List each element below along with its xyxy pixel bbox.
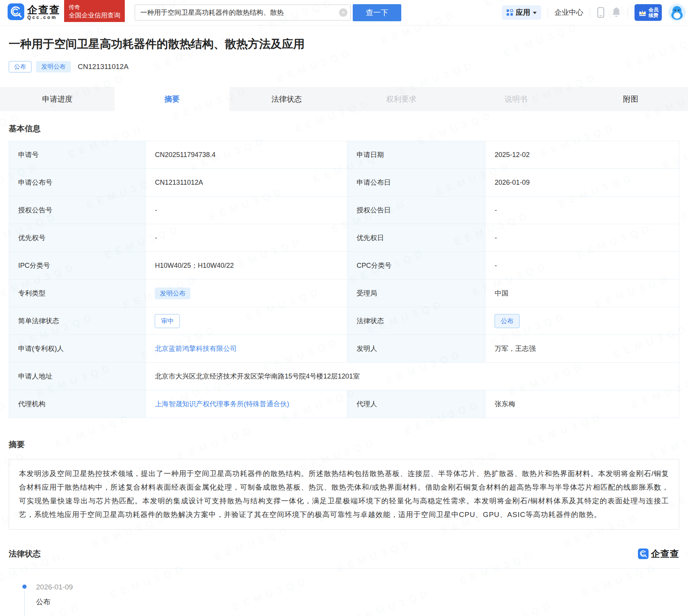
info-label: IPC分类号 <box>9 252 146 280</box>
info-value: 万军，王志强 <box>485 335 679 363</box>
info-label: 发明人 <box>347 335 485 363</box>
mobile-app-icon[interactable] <box>597 7 605 18</box>
info-label: 简单法律状态 <box>9 307 146 335</box>
brand-domain: Qcc.com <box>27 15 60 20</box>
promo-line2: 全国企业信用查询 <box>69 11 120 20</box>
info-value: 中国 <box>485 280 679 307</box>
tab-legal-status[interactable]: 法律状态 <box>229 87 344 111</box>
table-row: 优先权号-优先权日- <box>9 224 679 252</box>
info-value: - <box>146 196 347 224</box>
info-value: CN121311012A <box>146 169 347 196</box>
notification-bell-icon[interactable] <box>611 7 621 18</box>
qcc-watermark-logo: 企查查 <box>638 548 679 560</box>
table-row: 申请公布号CN121311012A申请公布日2026-01-09 <box>9 169 679 196</box>
table-row: 申请人地址北京市大兴区北京经济技术开发区荣华南路15号院4号楼12层1201室 <box>9 363 679 390</box>
tab-abstract[interactable]: 摘要 <box>115 87 229 111</box>
section-title-basic-info: 基本信息 <box>9 123 679 134</box>
apps-menu[interactable]: 应用 <box>502 5 541 20</box>
enterprise-center-link[interactable]: 企业中心 <box>554 8 583 17</box>
section-title-abstract: 摘要 <box>9 439 679 450</box>
invention-publish-badge: 发明公布 <box>36 61 71 72</box>
abstract-box: 本发明涉及空间卫星热控技术领域，提出了一种用于空间卫星高功耗器件的散热结构。所述… <box>9 459 679 530</box>
divider <box>590 8 590 17</box>
table-row: 申请号CN202511794738.4申请日期2025-12-02 <box>9 141 679 169</box>
info-value: CN202511794738.4 <box>146 141 347 169</box>
vip-label-line1: 会员 <box>649 7 658 13</box>
info-label: 申请号 <box>9 141 146 169</box>
table-row: 授权公告号-授权公告日- <box>9 196 679 224</box>
info-label: 优先权号 <box>9 224 146 252</box>
table-row: 简单法律状态审中法律状态公布 <box>9 307 679 335</box>
legal-status-tag: 公布 <box>495 314 520 328</box>
caret-down-icon <box>533 12 537 14</box>
tab-figures[interactable]: 附图 <box>573 87 688 111</box>
section-title-legal-status: 法律状态 <box>9 548 41 559</box>
legal-status-panel: 2026-01-09 公布 <box>9 568 679 610</box>
info-value: 2025-12-02 <box>485 141 679 169</box>
tab-claims[interactable]: 权利要求 <box>344 87 459 111</box>
info-label: CPC分类号 <box>347 252 485 280</box>
table-row: 专利类型发明公布受理局中国 <box>9 280 679 307</box>
agency-link[interactable]: 上海智晟知识产权代理事务所(特殊普通合伙) <box>155 400 289 408</box>
table-row: IPC分类号H10W40/25；H10W40/22CPC分类号- <box>9 252 679 280</box>
info-value: 北京市大兴区北京经济技术开发区荣华南路15号院4号楼12层1201室 <box>146 363 679 390</box>
table-row: 代理机构上海智晟知识产权代理事务所(特殊普通合伙)代理人张东梅 <box>9 390 679 418</box>
timeline-dot <box>22 585 27 589</box>
legal-status-header: 法律状态 企查查 <box>9 548 679 560</box>
info-label: 授权公告号 <box>9 196 146 224</box>
simple-legal-status-tag: 审中 <box>155 314 180 328</box>
user-avatar[interactable] <box>668 4 686 21</box>
applicant-link[interactable]: 北京蓝箭鸿擎科技有限公司 <box>155 345 237 352</box>
info-label: 受理局 <box>347 280 485 307</box>
timeline-line <box>24 591 25 616</box>
tab-application-progress[interactable]: 申请进度 <box>0 87 115 111</box>
brand-name: 企查查 <box>27 5 60 15</box>
info-value: 上海智晟知识产权代理事务所(特殊普通合伙) <box>146 390 347 418</box>
info-value: 发明公布 <box>146 280 347 307</box>
info-value: 张东梅 <box>485 390 679 418</box>
timeline-date: 2026-01-09 <box>36 583 679 591</box>
apps-grid-icon <box>506 9 513 16</box>
qcc-logo-icon <box>8 3 24 22</box>
promo-badge: 传奇 全国企业信用查询 <box>64 0 125 22</box>
search-box: ✕ <box>135 5 351 20</box>
top-header: 企查查 Qcc.com 传奇 全国企业信用查询 ✕ 查一下 应用 企业中心 <box>0 0 688 25</box>
info-value: 公布 <box>485 307 679 335</box>
abstract-text: 本发明涉及空间卫星热控技术领域，提出了一种用于空间卫星高功耗器件的散热结构。所述… <box>19 467 669 522</box>
header-logo[interactable]: 企查查 Qcc.com <box>8 3 60 22</box>
divider <box>628 8 628 17</box>
info-label: 申请日期 <box>347 141 485 169</box>
crown-icon <box>638 8 647 17</box>
search-button[interactable]: 查一下 <box>353 4 401 21</box>
info-value: - <box>485 224 679 252</box>
clear-icon[interactable]: ✕ <box>339 8 347 17</box>
patent-title: 一种用于空间卫星高功耗器件的散热结构、散热方法及应用 <box>9 37 679 51</box>
table-row: 申请(专利权)人北京蓝箭鸿擎科技有限公司发明人万军，王志强 <box>9 335 679 363</box>
info-value: - <box>146 224 347 252</box>
info-label: 授权公告日 <box>347 196 485 224</box>
publish-badge: 公布 <box>9 61 31 72</box>
timeline-status: 公布 <box>36 597 679 607</box>
info-value: H10W40/25；H10W40/22 <box>146 252 347 280</box>
basic-info-table: 申请号CN202511794738.4申请日期2025-12-02申请公布号CN… <box>9 141 679 418</box>
title-badges: 公布 发明公布 CN121311012A <box>9 61 679 72</box>
info-label: 申请公布号 <box>9 169 146 196</box>
promo-line1: 传奇 <box>69 3 120 11</box>
search-input[interactable] <box>135 5 351 20</box>
info-label: 申请公布日 <box>347 169 485 196</box>
vip-label-line2: 续费 <box>649 13 658 18</box>
info-label: 法律状态 <box>347 307 485 335</box>
info-label: 代理机构 <box>9 390 146 418</box>
info-value: - <box>485 252 679 280</box>
tab-bar: 申请进度 摘要 法律状态 权利要求 说明书 附图 <box>0 87 688 111</box>
info-value: 北京蓝箭鸿擎科技有限公司 <box>146 335 347 363</box>
vip-renew-button[interactable]: 会员 续费 <box>635 4 662 21</box>
page-content: 一种用于空间卫星高功耗器件的散热结构、散热方法及应用 公布 发明公布 CN121… <box>0 37 688 610</box>
info-value: 审中 <box>146 307 347 335</box>
qcc-logo-icon <box>638 548 649 559</box>
info-label: 申请人地址 <box>9 363 146 390</box>
tab-description[interactable]: 说明书 <box>459 87 573 111</box>
apps-label: 应用 <box>516 8 530 17</box>
info-label: 代理人 <box>347 390 485 418</box>
info-value: - <box>485 196 679 224</box>
